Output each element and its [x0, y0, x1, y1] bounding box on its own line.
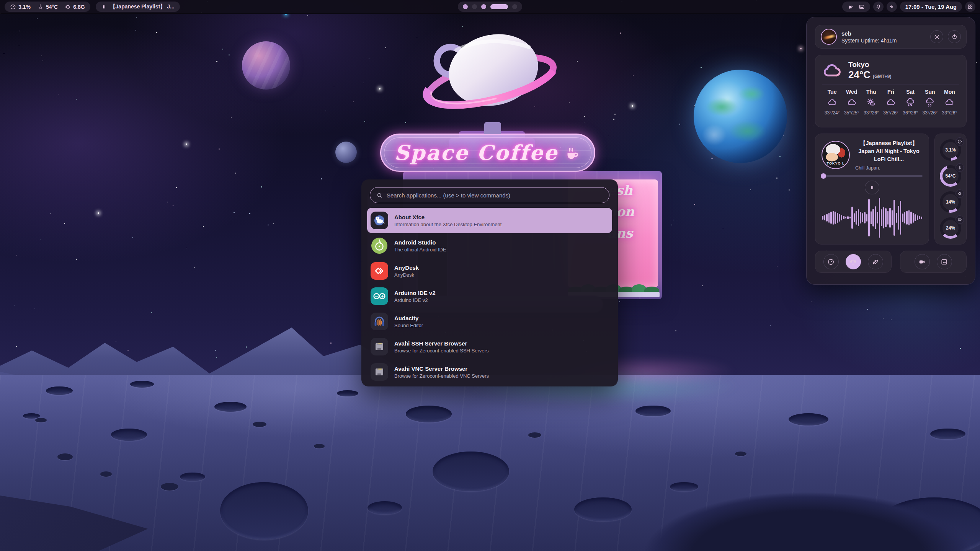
user-card: seb System Uptime: 4h11m — [815, 25, 967, 49]
track-progress-bar[interactable] — [822, 175, 923, 177]
temp-stat: 54°C — [38, 4, 58, 10]
chip-icon — [65, 4, 71, 10]
capture-button[interactable] — [937, 254, 952, 269]
power-icon — [951, 34, 958, 40]
app-row[interactable]: Avahi VNC Server Browser Browse for Zero… — [361, 359, 618, 385]
workspace-indicator[interactable] — [458, 2, 522, 12]
forecast-row: Tue 33°/24° Wed 35°/25° Thu 33°/26° Fri — [822, 89, 959, 116]
app-row[interactable]: Android Studio The official Android IDE — [361, 233, 618, 258]
clock[interactable]: 17:09 - Tue, 19 Aug — [900, 2, 962, 12]
search-bar[interactable] — [370, 187, 609, 203]
power-profile-button[interactable] — [868, 254, 883, 269]
forecast-day: Tue 33°/24° — [822, 89, 842, 116]
cat-tray-icon[interactable] — [848, 4, 854, 10]
coffee-cup-icon — [564, 144, 581, 161]
forecast-weather-icon — [925, 98, 935, 108]
app-title: AnyDesk — [394, 264, 419, 271]
app-icon — [371, 237, 388, 254]
track-title: 【Japanese Playlist】 Japan All Night - To… — [855, 139, 923, 163]
volume-button[interactable] — [887, 2, 897, 12]
app-subtitle: AnyDesk — [394, 272, 419, 278]
forecast-day: Sun 33°/26° — [920, 89, 940, 116]
app-title: Arduino IDE v2 — [394, 290, 436, 296]
system-gauge: 54°C — [940, 165, 961, 187]
now-playing-chip[interactable]: 【Japanese Playlist】 J... — [96, 2, 180, 12]
settings-button[interactable] — [930, 30, 943, 43]
app-icon — [371, 212, 388, 229]
app-subtitle: Sound Editor — [394, 323, 423, 328]
forecast-temps: 33°/24° — [825, 110, 840, 116]
forecast-day-label: Thu — [866, 89, 876, 95]
avatar[interactable] — [821, 29, 837, 45]
workspace-dot[interactable] — [472, 4, 477, 9]
app-icon — [371, 262, 388, 280]
workspace-dot[interactable] — [481, 4, 486, 9]
power-button[interactable] — [948, 30, 961, 43]
forecast-day: Mon 33°/26° — [940, 89, 959, 116]
thermometer-icon — [38, 4, 44, 10]
app-subtitle: Arduino IDE v2 — [394, 297, 436, 303]
side-panel: seb System Uptime: 4h11m Tokyo 24°C(GMT — [806, 17, 975, 285]
forecast-weather-icon — [944, 98, 954, 108]
earth-planet — [694, 70, 787, 163]
forecast-day: Fri 35°/26° — [881, 89, 900, 116]
album-art-text: TOKYO L — [822, 161, 849, 165]
forecast-temps: 35°/25° — [844, 110, 859, 116]
forecast-temps: 33°/26° — [864, 110, 879, 116]
app-row[interactable]: About Xfce Information about the Xfce De… — [367, 208, 612, 233]
system-gauge: 3.1% — [940, 139, 961, 161]
image-tray-icon[interactable] — [859, 4, 865, 10]
app-row[interactable]: AnyDesk AnyDesk — [361, 258, 618, 284]
desktop: eshoonans Space Coffee — [0, 0, 980, 551]
search-input[interactable] — [387, 192, 603, 199]
app-title: Android Studio — [394, 239, 446, 246]
app-icon — [371, 363, 388, 381]
temp-value: 54°C — [46, 4, 58, 10]
forecast-day-label: Mon — [944, 89, 955, 95]
cpu-value: 3.1% — [18, 4, 31, 10]
system-stats-pill: 3.1% 54°C 6.8G — [5, 2, 90, 12]
memory-stat: 6.8G — [65, 4, 85, 10]
weather-temp: 24°C — [848, 69, 871, 80]
power-profile-button[interactable] — [846, 254, 861, 269]
forecast-weather-icon — [827, 98, 837, 108]
workspace-dot[interactable] — [463, 4, 468, 9]
tray-pill[interactable] — [842, 2, 870, 12]
app-title: About Xfce — [394, 214, 501, 220]
app-title: Avahi SSH Server Browser — [394, 340, 488, 347]
app-row[interactable]: Avahi SSH Server Browser Browse for Zero… — [361, 334, 618, 359]
album-art[interactable]: TOKYO L — [822, 141, 850, 169]
gauge-icon — [956, 215, 964, 224]
weather-cloud-icon — [822, 62, 843, 79]
small-moon — [335, 142, 357, 163]
gauge-icon — [10, 4, 16, 10]
search-icon — [376, 192, 383, 199]
speaker-icon — [889, 4, 895, 10]
gear-icon — [934, 34, 940, 40]
app-subtitle: Browse for Zeroconf-enabled VNC Servers — [394, 373, 489, 379]
clock-label: 17:09 - Tue, 19 Aug — [905, 4, 957, 10]
system-gauges-card: 3.1% 54°C 14% 24% — [934, 134, 967, 245]
space-coffee-sign: Space Coffee — [380, 134, 595, 172]
app-subtitle: The official Android IDE — [394, 247, 446, 253]
workspace-dot[interactable] — [490, 4, 508, 9]
user-name: seb — [841, 30, 926, 37]
forecast-temps: 33°/26° — [942, 110, 957, 116]
grid-icon — [967, 4, 973, 10]
forecast-day: Thu 33°/26° — [861, 89, 881, 116]
app-list: About Xfce Information about the Xfce De… — [361, 208, 618, 385]
progress-knob[interactable] — [821, 173, 826, 179]
app-title: Avahi VNC Server Browser — [394, 365, 489, 372]
workspace-dot[interactable] — [512, 4, 517, 9]
forecast-weather-icon — [905, 98, 915, 108]
play-pause-button[interactable] — [865, 181, 879, 194]
cpu-stat: 3.1% — [10, 4, 31, 10]
app-row[interactable]: Arduino IDE v2 Arduino IDE v2 — [361, 284, 618, 309]
forecast-day-label: Wed — [846, 89, 857, 95]
capture-button[interactable] — [915, 254, 930, 269]
app-row[interactable]: Audacity Sound Editor — [361, 309, 618, 334]
app-grid-button[interactable] — [965, 2, 975, 12]
floating-cup-sculpture — [420, 23, 562, 134]
power-profile-button[interactable] — [823, 254, 839, 269]
notifications-button[interactable] — [873, 2, 884, 12]
